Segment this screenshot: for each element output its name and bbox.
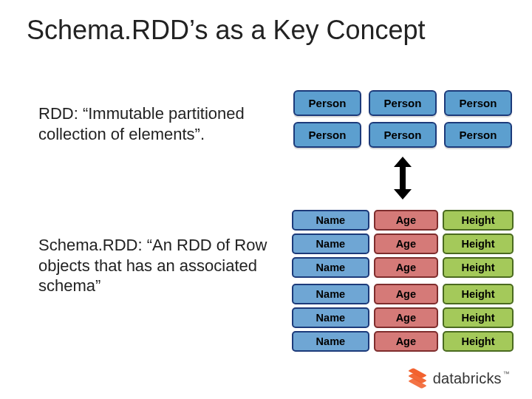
page-title: Schema.RDD’s as a Key Concept <box>27 15 426 46</box>
mapping-arrow <box>292 157 514 200</box>
col-height: Height <box>443 233 514 254</box>
col-age: Age <box>374 257 438 278</box>
person-cell: Person <box>293 90 361 116</box>
databricks-logo-icon <box>406 369 429 387</box>
slide: Schema.RDD’s as a Key Concept RDD: “Immu… <box>0 0 532 399</box>
col-age: Age <box>374 233 438 254</box>
col-height: Height <box>443 257 514 278</box>
schema-row: Name Age Height <box>292 233 514 254</box>
col-name: Name <box>292 257 369 278</box>
databricks-logo-text: databricks™ <box>433 370 510 387</box>
col-height: Height <box>443 331 514 352</box>
person-cell: Person <box>293 122 361 148</box>
col-age: Age <box>374 284 438 304</box>
person-grid: Person Person Person Person Person Perso… <box>292 89 514 149</box>
schema-row: Name Age Height <box>292 210 514 231</box>
person-cell: Person <box>444 122 512 148</box>
schema-row: Name Age Height <box>292 331 514 352</box>
col-height: Height <box>443 210 514 231</box>
schema-partition: Name Age Height Name Age Height Name Age… <box>292 284 514 352</box>
col-name: Name <box>292 307 369 328</box>
schema-row: Name Age Height <box>292 284 514 304</box>
col-height: Height <box>443 284 514 304</box>
schema-rows: Name Age Height Name Age Height Name Age… <box>292 210 514 352</box>
col-age: Age <box>374 331 438 352</box>
col-height: Height <box>443 307 514 328</box>
person-cell: Person <box>444 90 512 116</box>
paragraph-schema-rdd: Schema.RDD: “An RDD of Row objects that … <box>38 235 275 296</box>
schema-partition: Name Age Height Name Age Height Name Age… <box>292 210 514 278</box>
col-name: Name <box>292 233 369 254</box>
col-age: Age <box>374 307 438 328</box>
rdd-diagram: Person Person Person Person Person Perso… <box>292 89 514 352</box>
col-name: Name <box>292 210 369 231</box>
schema-row: Name Age Height <box>292 257 514 278</box>
paragraph-rdd: RDD: “Immutable partitioned collection o… <box>38 103 275 144</box>
person-cell: Person <box>369 90 437 116</box>
col-name: Name <box>292 331 369 352</box>
person-cell: Person <box>369 122 437 148</box>
col-age: Age <box>374 210 438 231</box>
databricks-logo: databricks™ <box>406 369 510 387</box>
double-arrow-icon <box>394 157 412 200</box>
col-name: Name <box>292 284 369 304</box>
schema-row: Name Age Height <box>292 307 514 328</box>
